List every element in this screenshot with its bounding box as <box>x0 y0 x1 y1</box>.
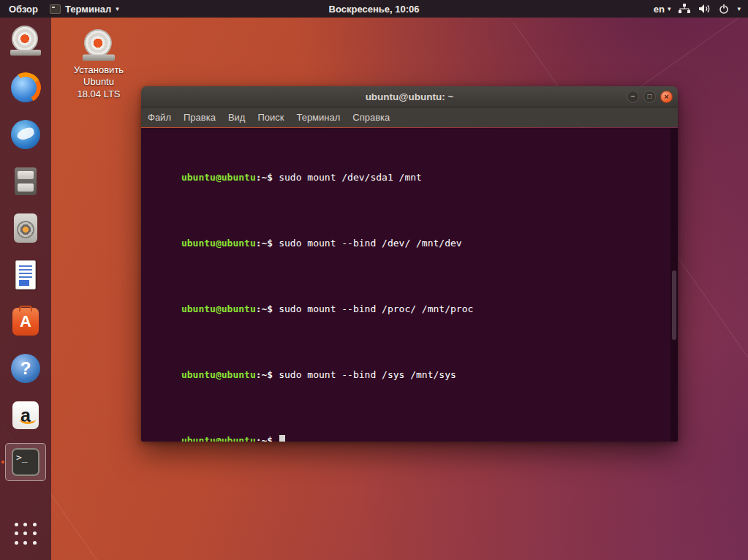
dock-item-libreoffice-writer[interactable] <box>5 256 46 294</box>
prompt-user: ubuntu@ubuntu <box>181 369 256 380</box>
window-controls: – □ × <box>627 86 673 107</box>
command-text: sudo mount --bind /dev/ /mnt/dev <box>279 238 461 249</box>
power-icon[interactable] <box>719 4 729 14</box>
dock-item-firefox[interactable] <box>5 69 46 107</box>
window-titlebar[interactable]: ubuntu@ubuntu: ~ – □ × <box>141 86 678 107</box>
clock[interactable]: Воскресенье, 10:06 <box>329 4 420 15</box>
amazon-icon: a <box>10 399 42 431</box>
app-menu[interactable]: Терминал ▾ <box>50 4 119 15</box>
prompt-path: :~$ <box>256 303 273 314</box>
prompt-user: ubuntu@ubuntu <box>181 435 256 442</box>
prompt-path: :~$ <box>256 435 273 442</box>
terminal-line-current: ubuntu@ubuntu:~$ <box>147 421 672 442</box>
dock-item-thunderbird[interactable] <box>5 116 46 154</box>
terminal-window: ubuntu@ubuntu: ~ – □ × Файл Правка Вид П… <box>141 86 678 442</box>
chevron-down-icon: ▾ <box>668 6 671 12</box>
top-bar: Обзор Терминал ▾ Воскресенье, 10:06 en ▾ <box>0 0 748 18</box>
volume-icon[interactable] <box>698 4 711 14</box>
menu-file[interactable]: Файл <box>148 112 171 123</box>
terminal-line: ubuntu@ubuntu:~$sudo mount /dev/sda1 /mn… <box>147 158 672 197</box>
menu-terminal[interactable]: Терминал <box>296 112 340 123</box>
window-title: ubuntu@ubuntu: ~ <box>366 91 454 102</box>
dock-item-amazon[interactable]: a <box>5 396 46 434</box>
menu-help[interactable]: Справка <box>352 112 390 123</box>
command-text: sudo mount /dev/sda1 /mnt <box>279 172 422 183</box>
chevron-down-icon[interactable]: ▾ <box>737 6 741 12</box>
command-text: sudo mount --bind /proc/ /mnt/proc <box>279 303 473 314</box>
terminal-line: ubuntu@ubuntu:~$sudo mount --bind /sys /… <box>147 355 672 395</box>
ubuntu-software-icon: A <box>10 306 42 338</box>
app-grid-icon <box>15 523 37 545</box>
app-menu-label: Терминал <box>65 4 111 15</box>
help-icon: ? <box>10 352 42 385</box>
desktop-icon-label: Установить Ubuntu 18.04 LTS <box>72 64 126 100</box>
menu-view[interactable]: Вид <box>228 112 246 123</box>
prompt-user: ubuntu@ubuntu <box>181 172 256 183</box>
desktop-root: { "topbar": { "activities": "Обзор", "ap… <box>0 0 748 560</box>
prompt-path: :~$ <box>256 369 273 380</box>
terminal-cursor <box>279 435 285 442</box>
dock-item-terminal[interactable]: >_ <box>5 443 46 481</box>
terminal-app-icon <box>50 4 61 14</box>
prompt-path: :~$ <box>256 172 273 183</box>
activities-button[interactable]: Обзор <box>9 4 38 15</box>
maximize-button[interactable]: □ <box>643 91 656 103</box>
dock-item-ubuntu-software[interactable]: A <box>5 303 46 341</box>
network-icon[interactable] <box>679 4 690 14</box>
thunderbird-icon <box>10 118 42 151</box>
chevron-down-icon: ▾ <box>116 6 119 12</box>
menu-edit[interactable]: Правка <box>184 112 216 123</box>
prompt-user: ubuntu@ubuntu <box>181 238 256 249</box>
scrollbar-thumb[interactable] <box>672 270 676 340</box>
dock-item-rhythmbox[interactable] <box>5 209 46 247</box>
dock-item-files[interactable] <box>5 162 46 200</box>
keyboard-layout-label: en <box>654 4 665 15</box>
rhythmbox-icon <box>10 212 42 244</box>
command-text: sudo mount --bind /sys /mnt/sys <box>279 369 456 380</box>
terminal-output[interactable]: ubuntu@ubuntu:~$sudo mount /dev/sda1 /mn… <box>141 128 678 442</box>
close-button[interactable]: × <box>660 91 673 103</box>
show-applications-button[interactable] <box>5 515 46 553</box>
files-icon <box>10 165 42 197</box>
ubuntu-installer-icon <box>10 25 42 57</box>
libreoffice-writer-icon <box>10 259 42 291</box>
terminal-icon: >_ <box>10 446 42 478</box>
ubuntu-installer-icon <box>82 29 116 62</box>
menu-search[interactable]: Поиск <box>257 112 284 123</box>
dock: A ? a >_ <box>0 18 51 560</box>
prompt-user: ubuntu@ubuntu <box>181 303 256 314</box>
keyboard-layout-menu[interactable]: en ▾ <box>654 4 671 15</box>
dock-item-ubuntu-installer[interactable] <box>5 22 46 60</box>
firefox-icon <box>10 72 42 104</box>
terminal-scrollbar[interactable] <box>670 128 678 442</box>
terminal-menubar: Файл Правка Вид Поиск Терминал Справка <box>141 107 678 127</box>
terminal-line: ubuntu@ubuntu:~$sudo mount --bind /dev/ … <box>147 224 672 263</box>
desktop-icon-install-ubuntu[interactable]: Установить Ubuntu 18.04 LTS <box>70 29 127 100</box>
dock-item-help[interactable]: ? <box>5 349 46 387</box>
minimize-button[interactable]: – <box>627 91 639 103</box>
prompt-path: :~$ <box>256 238 273 249</box>
terminal-line: ubuntu@ubuntu:~$sudo mount --bind /proc/… <box>147 290 672 329</box>
